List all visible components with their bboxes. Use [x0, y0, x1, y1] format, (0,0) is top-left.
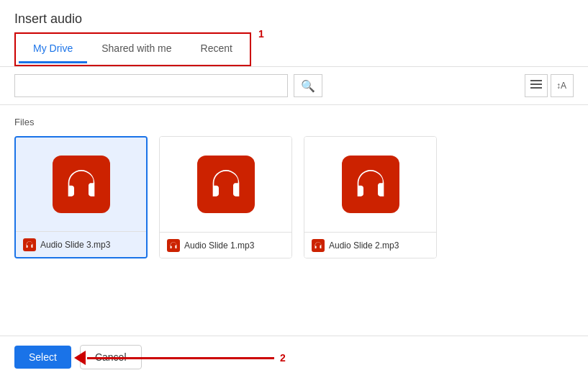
files-label: Files [14, 117, 574, 127]
files-grid: Audio Slide 3.mp3 [14, 136, 574, 258]
search-input[interactable] [14, 74, 288, 97]
audio-icon-small-1 [23, 238, 36, 251]
svg-rect-0 [530, 80, 542, 81]
svg-rect-1 [530, 84, 542, 85]
files-section: Files Audio Slide [0, 105, 588, 336]
list-view-icon [530, 80, 542, 92]
search-bar: 🔍 ↕ A [0, 67, 588, 105]
arrow-annotation: 2 [76, 351, 286, 365]
dialog-footer: Select Cancel 2 [0, 336, 588, 378]
arrow-head [74, 351, 86, 365]
tabs-border-box: 1 My Drive Shared with me Recent [14, 32, 251, 66]
file-thumbnail-2 [160, 137, 291, 232]
file-card-1[interactable]: Audio Slide 3.mp3 [14, 136, 148, 258]
sort-icon: ↕ A [556, 80, 568, 92]
file-card-2[interactable]: Audio Slide 1.mp3 [159, 136, 292, 258]
audio-icon-large-2 [197, 156, 255, 213]
file-name-3: Audio Slide 2.mp3 [329, 240, 399, 251]
file-name-1: Audio Slide 3.mp3 [40, 240, 110, 250]
select-button[interactable]: Select [14, 346, 71, 369]
file-info-3: Audio Slide 2.mp3 [304, 232, 436, 258]
list-view-button[interactable] [525, 74, 548, 97]
tab-recent[interactable]: Recent [186, 35, 247, 63]
audio-icon-large-1 [53, 156, 110, 213]
annotation-2: 2 [280, 352, 286, 364]
annotation-1: 1 [258, 28, 264, 40]
file-name-2: Audio Slide 1.mp3 [184, 240, 254, 251]
file-info-1: Audio Slide 3.mp3 [16, 231, 146, 257]
audio-icon-large-3 [342, 156, 399, 213]
search-icon: 🔍 [301, 79, 315, 93]
dialog-title: Insert audio [14, 12, 574, 27]
audio-icon-small-2 [167, 239, 180, 252]
file-info-2: Audio Slide 1.mp3 [160, 232, 291, 258]
tabs-section: 1 My Drive Shared with me Recent [0, 32, 588, 67]
svg-rect-2 [530, 87, 542, 89]
insert-audio-dialog: Insert audio 1 My Drive Shared with me R… [0, 0, 588, 378]
toolbar-right: ↕ A [525, 74, 574, 97]
tab-shared-with-me[interactable]: Shared with me [87, 35, 186, 63]
arrow-line [87, 357, 274, 359]
tab-my-drive[interactable]: My Drive [19, 35, 87, 63]
file-thumbnail-1 [16, 138, 146, 231]
file-card-3[interactable]: Audio Slide 2.mp3 [304, 136, 437, 258]
tabs-container: My Drive Shared with me Recent [19, 35, 247, 63]
file-thumbnail-3 [304, 137, 436, 232]
search-button[interactable]: 🔍 [294, 74, 322, 97]
sort-button[interactable]: ↕ A [551, 74, 574, 97]
audio-icon-small-3 [312, 239, 325, 252]
dialog-header: Insert audio [0, 0, 588, 32]
svg-text:A: A [561, 81, 566, 90]
